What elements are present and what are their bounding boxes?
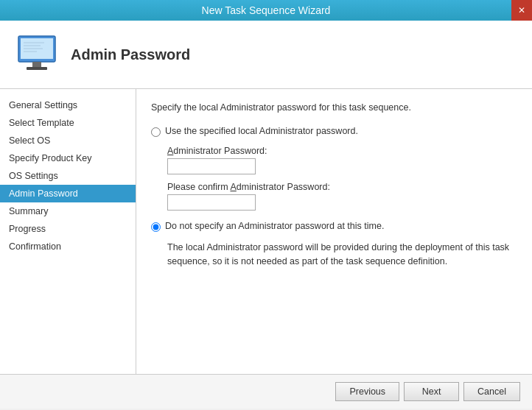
radio-do-not-specify-label[interactable]: Do not specify an Administrator password… [165, 221, 384, 231]
wizard-header: Admin Password [0, 21, 532, 89]
radio-option-specify: Use the specified local Administrator pa… [151, 126, 517, 137]
sidebar-item-confirmation[interactable]: Confirmation [0, 238, 136, 255]
cancel-button[interactable]: Cancel [463, 382, 520, 401]
confirm-password-label: Please confirm Administrator Password: [167, 182, 517, 192]
do-not-specify-section: Do not specify an Administrator password… [151, 221, 517, 269]
close-icon: ✕ [518, 5, 525, 15]
admin-password-label: Administrator Password: [167, 146, 517, 156]
title-bar-text: New Task Sequence Wizard [202, 4, 331, 16]
content-description: Specify the local Administrator password… [151, 102, 517, 113]
sidebar-item-progress[interactable]: Progress [0, 220, 136, 238]
wizard-container: Admin Password General Settings Select T… [0, 21, 532, 409]
confirm-password-input[interactable] [167, 194, 256, 211]
wizard-body: General Settings Select Template Select … [0, 89, 532, 374]
page-title: Admin Password [71, 46, 190, 63]
sidebar-item-admin-password[interactable]: Admin Password [0, 185, 136, 202]
wizard-icon [15, 32, 59, 77]
sidebar-item-specify-product-key[interactable]: Specify Product Key [0, 149, 136, 167]
admin-password-input[interactable] [167, 158, 256, 174]
radio-option-do-not-specify: Do not specify an Administrator password… [151, 221, 517, 232]
radio-specify[interactable] [151, 127, 161, 137]
wizard-footer: Previous Next Cancel [0, 374, 532, 409]
sidebar-item-summary[interactable]: Summary [0, 202, 136, 220]
content-area: Specify the local Administrator password… [136, 89, 532, 374]
admin-password-section: Administrator Password: Please confirm A… [167, 146, 517, 211]
previous-button[interactable]: Previous [335, 382, 399, 401]
svg-rect-2 [32, 62, 41, 68]
sidebar-item-general-settings[interactable]: General Settings [0, 96, 136, 114]
svg-rect-3 [27, 67, 47, 70]
sidebar-item-os-settings[interactable]: OS Settings [0, 167, 136, 185]
sidebar-item-select-template[interactable]: Select Template [0, 114, 136, 132]
sidebar-item-select-os[interactable]: Select OS [0, 132, 136, 149]
sidebar: General Settings Select Template Select … [0, 89, 136, 374]
next-button[interactable]: Next [404, 382, 459, 401]
title-bar: New Task Sequence Wizard ✕ [0, 0, 532, 21]
explanation-text: The local Administrator password will be… [167, 241, 517, 269]
radio-do-not-specify[interactable] [151, 222, 161, 232]
close-button[interactable]: ✕ [511, 0, 532, 21]
radio-specify-label[interactable]: Use the specified local Administrator pa… [165, 126, 358, 136]
